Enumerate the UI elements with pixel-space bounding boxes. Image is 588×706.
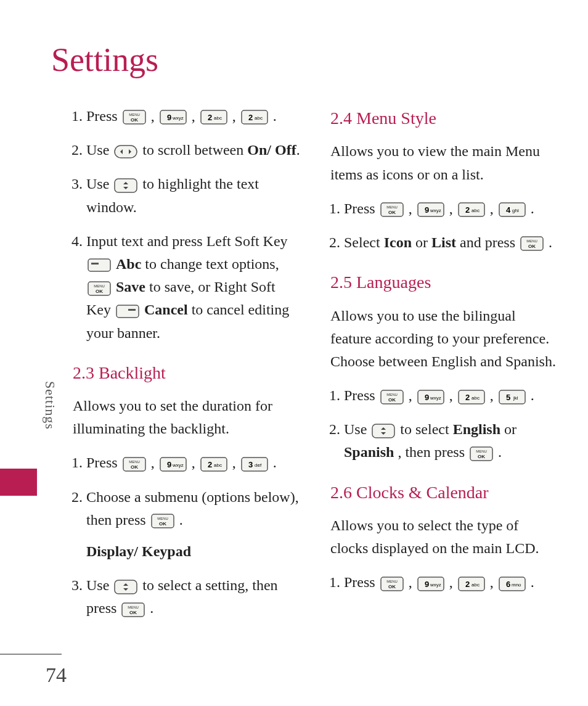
nav-up-down-icon	[372, 424, 395, 438]
svg-text:wxyz: wxyz	[430, 582, 441, 588]
footer-rule	[0, 654, 62, 655]
heading-languages: 2.5 Languages	[330, 269, 558, 295]
page-number: 74	[46, 663, 67, 687]
key-9-icon: 9wxyz	[417, 202, 444, 217]
text: ,	[151, 108, 158, 124]
text-bold: List	[431, 234, 456, 250]
text: ,	[449, 200, 457, 216]
svg-text:2: 2	[465, 393, 470, 402]
banner-steps: Press , 9wxyz , 2abc , 2abc . Use to scr…	[73, 105, 301, 345]
text: ,	[409, 200, 416, 216]
svg-text:2: 2	[465, 580, 470, 589]
step: Press , 9wxyz , 2abc , 4ghi .	[344, 197, 558, 220]
text: .	[531, 200, 534, 216]
left-soft-key-icon	[88, 258, 111, 272]
text: .	[549, 234, 552, 250]
clocks-steps: Press , 9wxyz , 2abc , 6mno .	[330, 571, 558, 594]
step: Press , 9wxyz , 2abc , 2abc .	[86, 105, 301, 128]
column-right: 2.4 Menu Style Allows you to view the ma…	[330, 105, 558, 631]
key-6-icon: 6mno	[499, 577, 526, 591]
step: Use to select a setting, then press .	[86, 574, 301, 620]
svg-text:abc: abc	[255, 115, 263, 121]
manual-page: Settings Settings 74 Press , 9wxyz , 2ab…	[0, 0, 588, 706]
text-bold: English	[453, 421, 500, 437]
key-4-icon: 4ghi	[499, 202, 526, 217]
text: Press	[344, 387, 379, 403]
menu-ok-key-icon	[380, 202, 404, 217]
text: to change text options,	[145, 256, 279, 272]
key-2-icon: 2abc	[458, 202, 485, 217]
text-bold: Save	[116, 279, 145, 295]
svg-text:9: 9	[425, 580, 429, 589]
step: Press , 9wxyz , 2abc , 5jkl .	[344, 384, 558, 407]
heading-clocks-calendar: 2.6 Clocks & Calendar	[330, 479, 558, 506]
key-2-icon: 2abc	[458, 390, 485, 404]
text: to scroll between	[142, 142, 247, 158]
svg-text:def: def	[255, 462, 262, 468]
menu-ok-key-icon	[123, 110, 146, 125]
text-bold: Cancel	[144, 302, 188, 318]
text: Press	[86, 454, 121, 470]
text: .	[296, 142, 300, 158]
menu-ok-key-icon	[520, 236, 544, 251]
text: or	[415, 234, 431, 250]
menu-ok-key-icon	[380, 390, 404, 404]
key-9-icon: 9wxyz	[160, 110, 187, 125]
text: ,	[232, 108, 240, 124]
menu-style-steps: Press , 9wxyz , 2abc , 4ghi . Select Ico…	[330, 197, 558, 254]
svg-text:wxyz: wxyz	[172, 462, 184, 468]
heading-menu-style: 2.4 Menu Style	[330, 105, 558, 131]
text: Input text and press Left Soft Key	[86, 233, 288, 249]
svg-text:2: 2	[465, 205, 470, 215]
text: .	[531, 387, 534, 403]
text: .	[273, 454, 277, 470]
menu-ok-key-icon	[121, 602, 145, 617]
sidebar-section-label: Settings	[42, 381, 58, 430]
text: Use	[86, 142, 113, 158]
svg-text:9: 9	[167, 113, 171, 122]
intro-text: Allows you to use the bilingual feature …	[330, 305, 558, 374]
text: ,	[409, 574, 416, 590]
svg-text:wxyz: wxyz	[430, 208, 441, 213]
text: Use	[86, 176, 113, 192]
text: Use	[344, 421, 370, 437]
key-2-icon: 2abc	[200, 457, 227, 472]
heading-backlight: 2.3 Backlight	[73, 359, 301, 386]
intro-text: Allows you to select the type of clocks …	[330, 514, 558, 560]
step: Press , 9wxyz , 2abc , 3def .	[86, 451, 301, 474]
text: ,	[151, 454, 158, 470]
key-9-icon: 9wxyz	[417, 577, 444, 591]
step: Press , 9wxyz , 2abc , 6mno .	[344, 571, 558, 594]
menu-ok-key-icon	[151, 514, 174, 528]
text: ,	[449, 387, 457, 403]
svg-text:abc: abc	[472, 208, 480, 213]
svg-text:mno: mno	[512, 582, 521, 588]
key-9-icon: 9wxyz	[160, 457, 187, 472]
text: ,	[192, 108, 199, 124]
svg-text:5: 5	[506, 393, 510, 402]
svg-text:abc: abc	[472, 582, 480, 588]
text: ,	[449, 574, 457, 590]
key-3-icon: 3def	[241, 457, 268, 472]
backlight-steps: Press , 9wxyz , 2abc , 3def . Choose a s…	[73, 451, 301, 620]
svg-text:2: 2	[248, 113, 253, 122]
text: Choose a submenu (options below), then p…	[86, 489, 299, 528]
right-soft-key-icon	[116, 305, 139, 318]
key-5-icon: 5jkl	[499, 390, 526, 404]
menu-ok-key-icon	[470, 446, 493, 461]
text: ,	[192, 454, 199, 470]
key-2-icon: 2abc	[458, 577, 485, 591]
intro-text: Allows you to set the duration for illum…	[73, 395, 301, 440]
nav-up-down-icon	[114, 580, 137, 594]
svg-text:9: 9	[425, 393, 429, 402]
step: Use to select English or Spanish , then …	[344, 418, 558, 464]
text: ,	[490, 574, 497, 590]
nav-left-right-icon	[114, 145, 137, 158]
svg-text:9: 9	[425, 205, 429, 215]
svg-text:ghi: ghi	[512, 208, 519, 213]
text: .	[498, 444, 502, 460]
step: Select Icon or List and press .	[344, 231, 558, 254]
menu-ok-key-icon	[88, 281, 111, 296]
sidebar-tab-marker	[0, 469, 37, 496]
key-2-icon: 2abc	[200, 110, 227, 125]
